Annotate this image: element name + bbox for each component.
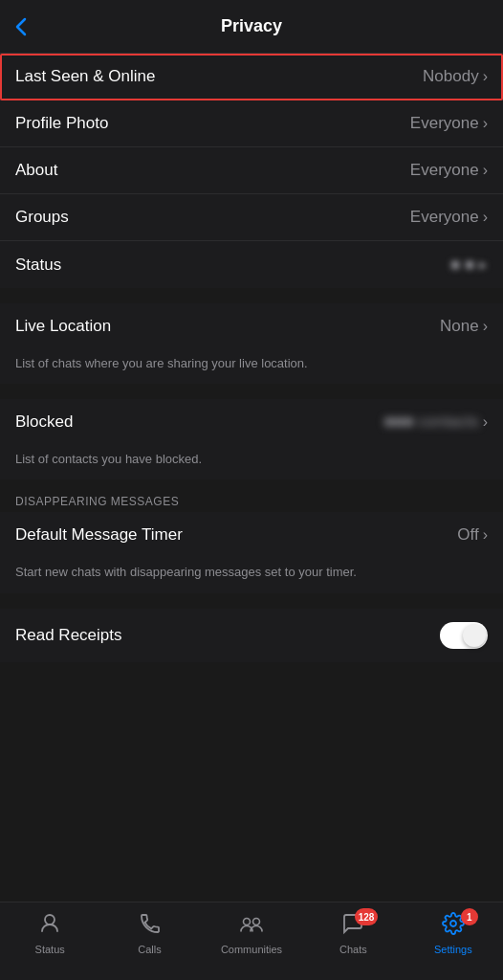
separator-4 bbox=[0, 593, 503, 601]
last-seen-label: Last Seen & Online bbox=[15, 67, 155, 86]
last-seen-value: Nobody bbox=[423, 67, 479, 86]
live-location-value-group: None › bbox=[440, 317, 488, 336]
back-button[interactable] bbox=[15, 17, 27, 36]
blocked-group: Blocked ■■■ contacts › List of contacts … bbox=[0, 399, 503, 479]
tab-status-label: Status bbox=[35, 944, 65, 955]
svg-point-1 bbox=[243, 919, 250, 925]
separator-1 bbox=[0, 288, 503, 296]
last-seen-value-group: Nobody › bbox=[423, 67, 488, 86]
read-receipts-toggle[interactable] bbox=[440, 622, 488, 649]
blocked-subtext: List of contacts you have blocked. bbox=[0, 445, 503, 479]
last-seen-row[interactable]: Last Seen & Online Nobody › bbox=[0, 54, 503, 100]
status-label: Status bbox=[15, 256, 61, 275]
page-title: Privacy bbox=[221, 16, 282, 36]
separator-2 bbox=[0, 384, 503, 391]
live-location-group: Live Location None › List of chats where… bbox=[0, 303, 503, 384]
default-timer-value-group: Off › bbox=[457, 525, 488, 545]
content-area: Last Seen & Online Nobody › Profile Phot… bbox=[0, 54, 503, 748]
svg-point-3 bbox=[450, 921, 456, 926]
default-timer-label: Default Message Timer bbox=[15, 525, 183, 545]
privacy-group-1: Last Seen & Online Nobody › Profile Phot… bbox=[0, 54, 503, 288]
toggle-knob bbox=[463, 624, 486, 647]
about-value-group: Everyone › bbox=[410, 161, 488, 180]
tab-communities[interactable]: Communities bbox=[221, 912, 282, 955]
groups-row[interactable]: Groups Everyone › bbox=[0, 194, 503, 241]
blocked-row[interactable]: Blocked ■■■ contacts › bbox=[0, 399, 503, 445]
groups-chevron: › bbox=[483, 209, 488, 226]
groups-label: Groups bbox=[15, 208, 69, 227]
read-receipts-group: Read Receipts bbox=[0, 609, 503, 662]
tab-calls[interactable]: Calls bbox=[121, 912, 179, 955]
communities-tab-icon bbox=[239, 912, 264, 941]
about-label: About bbox=[15, 161, 57, 180]
about-chevron: › bbox=[483, 162, 488, 179]
status-value-group: ■ ■ ▸ bbox=[450, 255, 488, 275]
read-receipts-label: Read Receipts bbox=[15, 626, 122, 645]
live-location-value: None bbox=[440, 317, 479, 336]
disappearing-messages-label: DISAPPEARING MESSAGES bbox=[0, 487, 503, 512]
default-timer-chevron: › bbox=[483, 526, 488, 544]
chats-badge: 128 bbox=[355, 908, 379, 925]
profile-photo-row[interactable]: Profile Photo Everyone › bbox=[0, 100, 503, 147]
profile-photo-value-group: Everyone › bbox=[410, 114, 488, 133]
svg-point-2 bbox=[252, 919, 259, 925]
live-location-chevron: › bbox=[483, 318, 488, 335]
tab-chats-label: Chats bbox=[339, 944, 367, 955]
profile-photo-value: Everyone bbox=[410, 114, 479, 133]
live-location-subtext: List of chats where you are sharing your… bbox=[0, 349, 503, 384]
separator-3 bbox=[0, 479, 503, 487]
status-row[interactable]: Status ■ ■ ▸ bbox=[0, 241, 503, 288]
tab-settings[interactable]: 1 Settings bbox=[425, 912, 482, 955]
blocked-value-group: ■■■ contacts › bbox=[384, 412, 488, 432]
default-timer-subtext: Start new chats with disappearing messag… bbox=[0, 558, 503, 592]
blocked-label: Blocked bbox=[15, 412, 73, 432]
header: Privacy bbox=[0, 0, 503, 54]
read-receipts-row[interactable]: Read Receipts bbox=[0, 609, 503, 662]
last-seen-chevron: › bbox=[483, 68, 488, 85]
profile-photo-chevron: › bbox=[483, 115, 488, 132]
live-location-row[interactable]: Live Location None › bbox=[0, 303, 503, 349]
status-value: ■ ■ ▸ bbox=[450, 255, 488, 275]
default-timer-value: Off bbox=[457, 525, 478, 545]
disappearing-messages-group: Default Message Timer Off › Start new ch… bbox=[0, 512, 503, 592]
profile-photo-label: Profile Photo bbox=[15, 114, 108, 133]
tab-calls-label: Calls bbox=[138, 944, 161, 955]
groups-value: Everyone bbox=[410, 208, 479, 227]
status-tab-icon bbox=[38, 912, 61, 941]
tab-chats[interactable]: 128 Chats bbox=[324, 912, 382, 955]
live-location-label: Live Location bbox=[15, 317, 111, 336]
last-seen-row-wrapper: Last Seen & Online Nobody › bbox=[0, 54, 503, 100]
settings-badge: 1 bbox=[461, 908, 478, 925]
calls-tab-icon bbox=[139, 912, 162, 941]
tab-communities-label: Communities bbox=[221, 944, 282, 955]
groups-value-group: Everyone › bbox=[410, 208, 488, 227]
blocked-chevron: › bbox=[483, 413, 488, 431]
about-value: Everyone bbox=[410, 161, 479, 180]
tab-settings-label: Settings bbox=[434, 944, 472, 955]
blocked-value: ■■■ contacts bbox=[384, 412, 479, 432]
default-timer-row[interactable]: Default Message Timer Off › bbox=[0, 512, 503, 558]
tab-status[interactable]: Status bbox=[21, 912, 78, 955]
svg-point-0 bbox=[45, 915, 55, 924]
about-row[interactable]: About Everyone › bbox=[0, 147, 503, 194]
tab-bar: Status Calls Communities 128 bbox=[0, 902, 503, 980]
